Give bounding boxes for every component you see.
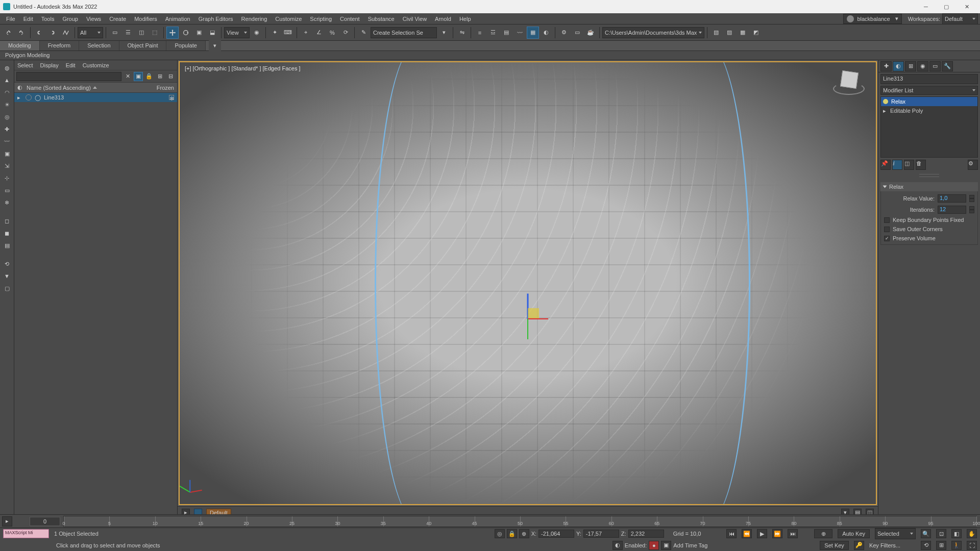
cmd-tab-modify[interactable]: ◐ <box>893 61 904 71</box>
rendered-frame-button[interactable]: ▭ <box>571 27 583 39</box>
menu-tools[interactable]: Tools <box>37 14 59 23</box>
sx-menu-display[interactable]: Display <box>40 62 59 68</box>
save-outer-checkbox[interactable]: Save Outer Corners <box>884 226 974 232</box>
autokey-button[interactable]: Auto Key <box>838 529 870 538</box>
ribbon-tab-populate[interactable]: Populate <box>166 41 205 51</box>
visibility-icon[interactable] <box>26 94 32 101</box>
relax-value-spinner[interactable] <box>969 195 974 202</box>
menu-arnold[interactable]: Arnold <box>431 14 455 23</box>
nav-fov-icon[interactable]: ◧ <box>951 529 962 538</box>
maximize-button[interactable]: ▢ <box>936 1 957 12</box>
prev-frame-button[interactable]: ⏪ <box>742 529 752 538</box>
nav-walk-icon[interactable]: 🚶 <box>951 541 962 550</box>
sx-expand-icon[interactable]: ⊞ <box>155 72 164 81</box>
sx-search-input[interactable] <box>16 72 121 81</box>
keyboard-shortcut-button[interactable]: ⌨ <box>282 27 294 39</box>
sx-menu-select[interactable]: Select <box>17 62 33 68</box>
menu-file[interactable]: File <box>2 14 19 23</box>
cmd-tab-motion[interactable]: ◉ <box>917 61 928 71</box>
display-all-icon[interactable]: ◍ <box>2 62 13 73</box>
menu-views[interactable]: Views <box>82 14 105 23</box>
menu-grapheditors[interactable]: Graph Editors <box>194 14 237 23</box>
selection-filter-dropdown[interactable]: All <box>78 27 103 38</box>
panel-grip[interactable] <box>919 174 940 177</box>
pin-stack-button[interactable]: 📌 <box>880 160 891 170</box>
remove-modifier-button[interactable]: 🗑 <box>916 160 926 170</box>
absolute-mode-icon[interactable]: ⊕ <box>519 529 529 538</box>
bind-button[interactable] <box>60 27 72 39</box>
unlink-button[interactable] <box>46 27 59 39</box>
menu-create[interactable]: Create <box>105 14 130 23</box>
keep-boundary-checkbox[interactable]: Keep Boundary Points Fixed <box>884 217 974 223</box>
asset-2-button[interactable]: ▨ <box>723 27 736 39</box>
isolate-toggle-icon[interactable]: ◎ <box>495 529 505 538</box>
placement-button[interactable]: ⬓ <box>206 27 218 39</box>
timeline-expand-icon[interactable]: ▸ <box>2 516 12 527</box>
menu-edit[interactable]: Edit <box>19 14 37 23</box>
adaptive-deg-icon[interactable]: ◐ <box>612 541 623 550</box>
stack-item-editable-poly[interactable]: ▸ Editable Poly <box>881 106 977 115</box>
link-button[interactable] <box>33 27 45 39</box>
spinner-snap-button[interactable]: ⟳ <box>339 27 352 39</box>
ribbon-tab-freeform[interactable]: Freeform <box>40 41 80 51</box>
minimize-button[interactable]: ─ <box>916 1 936 12</box>
asset-4-button[interactable]: ◩ <box>750 27 762 39</box>
asset-3-button[interactable]: ▩ <box>737 27 749 39</box>
cmd-tab-create[interactable]: ✚ <box>880 61 892 71</box>
percent-snap-button[interactable]: % <box>326 27 338 39</box>
display-helpers-icon[interactable]: ✚ <box>2 123 13 135</box>
edit-named-sel-button[interactable]: ✎ <box>357 27 370 39</box>
preserve-volume-checkbox[interactable]: Preserve Volume <box>884 235 974 241</box>
render-setup-button[interactable]: ⚙ <box>558 27 570 39</box>
display-sort-icon[interactable]: ▤ <box>2 240 13 251</box>
nav-zoom-icon[interactable]: 🔍 <box>921 529 931 538</box>
iterations-input[interactable]: 12 <box>938 206 966 214</box>
menu-customize[interactable]: Customize <box>271 14 306 23</box>
ribbon-tab-objectpaint[interactable]: Object Paint <box>119 41 167 51</box>
material-editor-button[interactable]: ◐ <box>540 27 552 39</box>
sx-lock-icon[interactable]: 🔒 <box>144 72 154 81</box>
freeze-icon[interactable]: ❄ <box>169 95 174 100</box>
display-sel-icon[interactable]: ◼ <box>2 228 13 239</box>
toggle-ribbon-button[interactable]: ▤ <box>500 27 512 39</box>
modifier-list-dropdown[interactable]: Modifier List <box>880 86 978 95</box>
make-unique-button[interactable]: ◫ <box>904 160 914 170</box>
relax-value-input[interactable]: 1,0 <box>938 194 966 203</box>
display-shapes-icon[interactable]: ◠ <box>2 87 13 98</box>
layer-explorer-button[interactable]: ☲ <box>487 27 499 39</box>
next-frame-button[interactable]: ⏩ <box>772 529 782 538</box>
key-filters-button[interactable]: Key Filters... <box>869 542 900 548</box>
display-lights-icon[interactable]: ☀ <box>2 99 13 110</box>
select-by-name-button[interactable]: ☰ <box>122 27 134 39</box>
menu-substance[interactable]: Substance <box>364 14 399 23</box>
key-target-dropdown[interactable]: Selected <box>875 528 916 539</box>
add-time-tag[interactable]: Add Time Tag <box>673 542 707 548</box>
display-xrefs-icon[interactable]: ⇲ <box>2 160 13 171</box>
x-value[interactable]: -21,064 <box>538 530 574 538</box>
timeline-current-frame[interactable]: 0 <box>30 517 60 526</box>
schematic-view-button[interactable]: ▦ <box>527 27 539 39</box>
window-crossing-button[interactable]: ⬚ <box>149 27 161 39</box>
enabled-toggle[interactable]: ● <box>649 541 659 550</box>
z-value[interactable]: 2,232 <box>628 530 664 538</box>
lock-selection-icon[interactable]: 🔒 <box>507 529 517 538</box>
sx-clear-icon[interactable]: ✕ <box>123 72 132 81</box>
goto-start-button[interactable]: ⏮ <box>726 529 737 538</box>
ribbon-tab-selection[interactable]: Selection <box>79 41 119 51</box>
close-button[interactable]: ✕ <box>957 1 977 12</box>
display-containers-icon[interactable]: ▭ <box>2 185 13 196</box>
display-cameras-icon[interactable]: ◎ <box>2 111 13 122</box>
mirror-button[interactable]: ⇋ <box>456 27 468 39</box>
display-groups-icon[interactable]: ▣ <box>2 148 13 159</box>
sync-icon[interactable]: ⟲ <box>2 258 13 269</box>
nav-orbit-icon[interactable]: ⟲ <box>921 541 931 550</box>
select-region-button[interactable]: ◫ <box>135 27 148 39</box>
nav-maximize-icon[interactable]: ⛶ <box>967 541 977 550</box>
menu-animation[interactable]: Animation <box>161 14 194 23</box>
undo-button[interactable] <box>2 27 14 39</box>
modifier-on-icon[interactable] <box>883 99 888 104</box>
sx-view-mode-icon[interactable]: ▣ <box>134 72 143 81</box>
display-spacewarps-icon[interactable]: 〰 <box>2 136 13 147</box>
viewport-label[interactable]: [+] [Orthographic ] [Standard* ] [Edged … <box>185 65 301 71</box>
select-object-button[interactable]: ▭ <box>109 27 121 39</box>
